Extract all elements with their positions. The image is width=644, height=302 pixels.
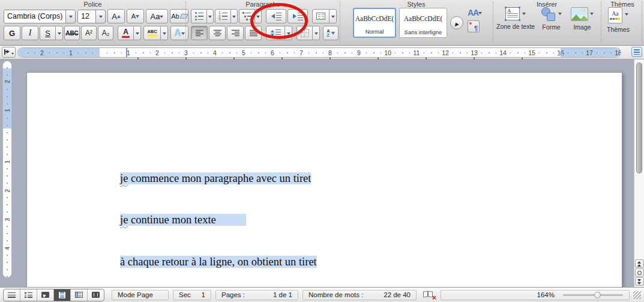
ruler-tick (467, 52, 468, 53)
font-color-button[interactable]: A (118, 26, 134, 40)
left-margin-area (18, 48, 100, 57)
multilevel-list-options-button[interactable] (254, 9, 262, 23)
columns-options-button[interactable] (329, 9, 337, 23)
section-value: 1 (202, 291, 205, 298)
document-text: je commence mon paragraphe avec un tiret… (100, 143, 442, 287)
view-focus-button[interactable] (87, 289, 104, 301)
select-browse-object-button[interactable] (635, 268, 644, 277)
align-left-button[interactable] (191, 26, 208, 40)
styles-pane-button[interactable] (468, 20, 480, 32)
view-print-layout-button[interactable] (53, 289, 70, 301)
style-card-normal[interactable]: AaBbCcDdE( Normal (353, 8, 396, 38)
chevron-down-icon (478, 12, 482, 16)
justify-button[interactable] (245, 26, 262, 40)
styles-gallery-expand-button[interactable] (450, 16, 463, 29)
resize-grip-icon[interactable] (633, 291, 641, 299)
previous-page-button[interactable] (635, 259, 644, 268)
view-draft-button[interactable] (4, 289, 20, 301)
insert-image-label: Image (573, 23, 591, 31)
document-page[interactable]: je commence mon paragraphe avec un tiret… (26, 72, 622, 287)
columns-button[interactable] (312, 9, 330, 23)
ruler-tick (316, 52, 317, 54)
ruler-number: 1 (4, 106, 11, 112)
indent-marker[interactable] (114, 48, 121, 58)
style-card-sans-interligne[interactable]: AaBbCcDdE( Sans interligne (399, 8, 447, 38)
themes-label: Thèmes (607, 26, 630, 33)
align-right-button[interactable] (227, 26, 244, 40)
section-field: Sec 1 (173, 290, 211, 300)
numbered-list-options-button[interactable] (230, 9, 238, 23)
zoom-slider-knob[interactable] (594, 292, 601, 298)
justify-icon (250, 29, 257, 37)
underline-button[interactable]: S (40, 26, 56, 40)
subscript-button[interactable]: A₂ (98, 26, 113, 40)
grow-font-button[interactable]: A (107, 9, 125, 23)
view-notebook-button[interactable] (70, 289, 87, 301)
underline-options-button[interactable] (55, 26, 63, 40)
tab-selector-button[interactable] (2, 47, 16, 58)
tab-type-icon (4, 49, 11, 55)
next-page-button[interactable] (635, 277, 644, 286)
draft-view-icon (8, 292, 16, 298)
strikethrough-button[interactable]: ABC (64, 26, 80, 40)
bullet-list-options-button[interactable] (206, 9, 214, 23)
font-name-combo[interactable]: Cambria (Corps) (4, 10, 76, 23)
insert-image-button[interactable]: Image (571, 7, 594, 31)
change-case-button[interactable]: Aa (146, 9, 168, 23)
text-line: je continue mon texte (100, 213, 442, 227)
spelling-status-button[interactable] (423, 291, 435, 300)
ribbon: Police Cambria (Corps) 12 A A Aa (0, 0, 644, 46)
ruler-tick (568, 52, 568, 53)
change-case-label: Aa (151, 12, 160, 21)
ruler-tick (409, 52, 410, 53)
right-indent-marker[interactable] (558, 51, 564, 56)
grow-font-label: A (112, 12, 117, 21)
bullet-list-button[interactable] (191, 9, 207, 23)
zoom-field: 164% (441, 290, 630, 300)
ribbon-group-paragraphe: Paragraphe 1 2 3 (186, 0, 340, 46)
view-outline-button[interactable] (20, 289, 37, 301)
numbered-list-button[interactable]: 1 2 3 (215, 9, 231, 23)
ruler-number: 5 (242, 49, 245, 56)
ruler-toggle-button[interactable] (631, 47, 642, 57)
align-left-icon (196, 29, 203, 37)
highlight-button[interactable]: ABC (143, 26, 161, 40)
word-count-field[interactable]: Nombre de mots : 22 de 40 (302, 290, 417, 300)
ruler-tick (481, 52, 482, 53)
italic-button[interactable]: I (22, 26, 38, 40)
themes-button[interactable]: Aa Thèmes (607, 7, 630, 33)
ruler-number: 3 (184, 49, 188, 56)
ruler-tick (258, 52, 259, 54)
increase-indent-button[interactable] (287, 9, 308, 23)
bold-button[interactable]: G (4, 26, 20, 40)
zoom-slider[interactable] (563, 294, 623, 296)
multilevel-list-button[interactable] (239, 9, 255, 23)
align-center-button[interactable] (209, 26, 226, 40)
vertical-scrollbar[interactable] (634, 59, 644, 287)
borders-options-button[interactable] (312, 26, 320, 40)
scrollbar-thumb[interactable] (636, 62, 642, 174)
ruler-number: 3 (4, 216, 11, 222)
view-switcher (3, 289, 104, 301)
line-spacing-options-button[interactable] (284, 26, 292, 40)
sort-button[interactable]: AZ (323, 26, 339, 40)
insert-textbox-button[interactable]: Zone de texte (496, 7, 535, 30)
view-mode-field: Mode Page (112, 290, 169, 300)
font-size-combo[interactable]: 12 (77, 10, 106, 23)
borders-icon (301, 29, 309, 37)
change-styles-button[interactable]: AA (468, 8, 482, 17)
line-spacing-button[interactable] (266, 26, 285, 40)
shrink-font-button[interactable]: A (127, 9, 144, 23)
superscript-button[interactable]: A² (81, 26, 97, 40)
view-publishing-button[interactable] (37, 289, 53, 301)
chevron-down-icon[interactable] (65, 10, 76, 23)
borders-button[interactable] (296, 26, 313, 40)
style-preview: AaBbCcDdE( (400, 8, 447, 29)
font-color-options-button[interactable] (133, 26, 141, 40)
decrease-indent-button[interactable] (266, 9, 286, 23)
highlight-options-button[interactable] (160, 26, 168, 40)
ruler-tick (496, 52, 496, 53)
ruler-tick (381, 52, 381, 53)
chevron-down-icon[interactable] (95, 10, 106, 23)
insert-shape-button[interactable]: Forme (541, 7, 562, 31)
